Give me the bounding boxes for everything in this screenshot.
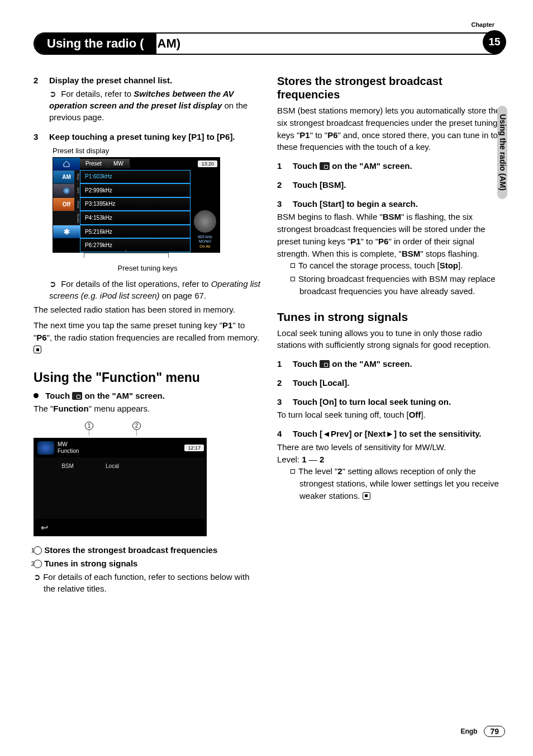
bsm-sub-1: To cancel the storage process, touch [St… — [277, 259, 505, 272]
touch-settings-icon — [72, 392, 82, 400]
step-2-heading: 2Display the preset channel list. — [34, 74, 261, 87]
ss1-row-p6: P6:279kHz — [80, 238, 191, 252]
checkbox-icon — [291, 263, 295, 268]
end-section-icon — [363, 492, 370, 500]
bsm-step-1: 1Touch on the "AM" screen. — [277, 160, 505, 172]
link-arrow-icon: ➲ — [49, 278, 56, 290]
footer-language: Engb — [460, 727, 477, 735]
ss1-row-p1: P1:603kHz — [80, 170, 191, 184]
function-menu-screenshot: MW Function 12:17 BSM Local ↩ — [34, 438, 207, 536]
list-ops-note: ➲ For details of the list operations, re… — [34, 278, 261, 301]
step-2-note: ➲ For details, refer to Switches between… — [34, 88, 261, 123]
bsm-step-2: 2Touch [BSM]. — [277, 179, 505, 191]
ss1-time: 13:20 — [198, 160, 217, 167]
bsm-intro: BSM (best stations memory) lets you auto… — [277, 105, 505, 153]
touch-settings-icon — [320, 162, 330, 170]
tunes-strong-heading: Tunes in strong signals — [277, 310, 505, 324]
stored-memory-text: The selected radio station has been stor… — [34, 304, 261, 316]
chapter-number-badge: 15 — [483, 30, 506, 54]
page-title-right: AM) — [156, 36, 181, 51]
function-menu-heading: Using the "Function" menu — [34, 370, 261, 385]
local-intro: Local seek tuning allows you to tune in … — [277, 327, 505, 352]
preset-list-screenshot: Preset MW 13:20 AMDisc AV1 OffiPod Audio… — [53, 157, 220, 253]
ss2-settings-icon — [37, 441, 54, 455]
ss2-time: 12:17 — [184, 445, 204, 451]
page-title-left: Using the radio ( — [35, 34, 156, 54]
local-sub-1: The level "2" setting allows reception o… — [277, 465, 505, 502]
checkbox-icon — [291, 277, 295, 281]
chapter-label: Chapter — [471, 21, 494, 28]
local-step-4: 4Touch [◄Prev] or [Next►] to set the sen… — [277, 428, 505, 440]
bullet-icon — [34, 393, 39, 398]
ss1-side-disc: AV1 — [53, 183, 80, 197]
screenshot1-caption-bottom: Preset tuning keys — [34, 264, 261, 272]
function-menu-appears: The "Function" menu appears. — [34, 403, 261, 415]
ss1-side-off: OffiPod — [53, 197, 80, 211]
touch-am-instruction: Touch on the "AM" screen. — [34, 390, 261, 402]
recall-memory-text: The next time you tap the same preset tu… — [34, 319, 261, 356]
screenshot1-caption-top: Preset list display — [34, 147, 261, 155]
bsm-step-3: 3Touch [Start] to begin a search. — [277, 198, 505, 210]
footer-page-number: 79 — [484, 726, 505, 737]
bracket-indicator — [84, 253, 261, 261]
step-3-heading: 3Keep touching a preset tuning key [P1] … — [34, 131, 261, 143]
ss1-info-mono: MONO — [199, 239, 211, 244]
bsm-step-3-body: BSM begins to flash. While "BSM" is flas… — [277, 211, 505, 259]
ss1-row-p2: P2:999kHz — [80, 183, 191, 197]
ss1-row-p5: P5:216kHz — [80, 225, 191, 239]
local-step-1: 1Touch on the "AM" screen. — [277, 358, 505, 370]
screenshot2-callouts: 1 2 — [85, 422, 261, 436]
page-title-bar: Using the radio ( AM) — [34, 32, 505, 55]
ss1-side-am: AMDisc — [53, 170, 80, 184]
ss2-btn-local: Local — [96, 463, 129, 513]
ss1-side-bt: ✱ — [53, 225, 80, 239]
local-step-2: 2Touch [Local]. — [277, 377, 505, 389]
link-arrow-icon: ➲ — [49, 88, 56, 100]
ss2-btn-bsm: BSM — [51, 463, 84, 513]
ss1-row-p4: P4:153kHz — [80, 211, 191, 225]
page-footer: Engb 79 — [460, 726, 505, 737]
bsm-sub-2: Storing broadcast frequencies with BSM m… — [277, 273, 505, 297]
local-step-3-body: To turn local seek tuning off, touch [Of… — [277, 409, 505, 421]
stores-strongest-heading: Stores the strongest broadcast frequenci… — [277, 74, 505, 101]
legend-item-2: 2 Tunes in strong signals — [34, 557, 261, 570]
ss2-back-icon: ↩ — [41, 522, 48, 533]
ss1-home-icon — [53, 158, 80, 170]
end-section-icon — [34, 346, 41, 353]
ss1-info-onair: On Air — [199, 244, 210, 249]
legend-note: ➲ For details of each function, refer to… — [34, 571, 261, 596]
checkbox-icon — [291, 469, 295, 474]
sensitivity-levels: Level: 1 — 2 — [277, 453, 505, 466]
ss1-side-blank: Audio — [53, 211, 80, 225]
local-step-4-body: There are two levels of sensitivity for … — [277, 441, 505, 453]
ss1-row-p3: P3:1395kHz — [80, 197, 191, 211]
ss1-tab-mw: MW — [108, 159, 130, 168]
link-arrow-icon: ➲ — [34, 572, 41, 582]
legend-item-1: 1 Stores the strongest broadcast frequen… — [34, 544, 261, 556]
ss2-title: MW Function — [58, 441, 79, 455]
ss1-tab-preset: Preset — [80, 159, 108, 168]
touch-settings-icon — [320, 360, 330, 368]
side-tab: Using the radio (AM) — [497, 106, 507, 199]
ss1-dial-icon — [194, 210, 216, 233]
local-step-3: 3Touch [On] to turn local seek tuning on… — [277, 396, 505, 408]
ss1-info-freq: 603 kHz — [198, 235, 212, 239]
